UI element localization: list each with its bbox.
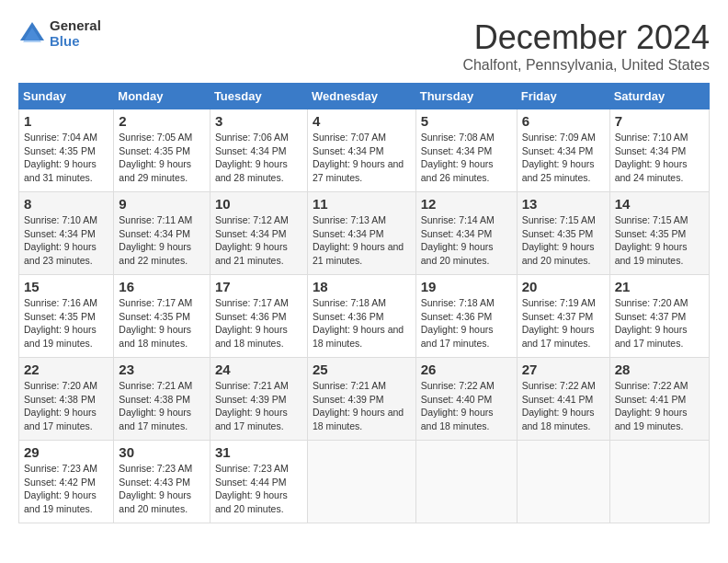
day-cell (517, 441, 609, 523)
header-friday: Friday (517, 84, 609, 109)
week-row-4: 22 Sunrise: 7:20 AMSunset: 4:38 PMDaylig… (19, 358, 710, 441)
day-number: 1 (24, 113, 108, 129)
day-number: 17 (215, 279, 302, 294)
day-number: 26 (421, 362, 512, 377)
day-info: Sunrise: 7:20 AMSunset: 4:38 PMDaylight:… (24, 379, 108, 433)
day-info: Sunrise: 7:06 AMSunset: 4:34 PMDaylight:… (215, 131, 302, 185)
day-number: 29 (24, 444, 108, 460)
day-cell: 25 Sunrise: 7:21 AMSunset: 4:39 PMDaylig… (307, 358, 415, 441)
day-cell: 2 Sunrise: 7:05 AMSunset: 4:35 PMDayligh… (114, 109, 210, 192)
day-info: Sunrise: 7:20 AMSunset: 4:37 PMDaylight:… (615, 296, 704, 350)
day-cell: 16 Sunrise: 7:17 AMSunset: 4:35 PMDaylig… (114, 275, 210, 358)
header-monday: Monday (114, 84, 210, 109)
day-number: 4 (313, 113, 411, 129)
calendar-header-row: SundayMondayTuesdayWednesdayThursdayFrid… (19, 84, 710, 109)
calendar-subtitle: Chalfont, Pennsylvania, United States (462, 57, 710, 74)
day-info: Sunrise: 7:18 AMSunset: 4:36 PMDaylight:… (421, 296, 512, 350)
day-number: 13 (522, 196, 605, 212)
day-number: 23 (119, 362, 205, 377)
day-number: 5 (421, 113, 512, 129)
day-number: 8 (24, 196, 108, 212)
day-info: Sunrise: 7:13 AMSunset: 4:34 PMDaylight:… (313, 213, 411, 268)
day-cell (415, 441, 517, 523)
day-cell: 3 Sunrise: 7:06 AMSunset: 4:34 PMDayligh… (210, 109, 307, 192)
day-number: 27 (522, 362, 605, 377)
day-number: 15 (24, 279, 108, 294)
day-number: 25 (313, 362, 411, 377)
day-info: Sunrise: 7:10 AMSunset: 4:34 PMDaylight:… (615, 131, 704, 185)
week-row-2: 8 Sunrise: 7:10 AMSunset: 4:34 PMDayligh… (19, 192, 710, 275)
day-number: 14 (615, 196, 704, 212)
day-cell: 11 Sunrise: 7:13 AMSunset: 4:34 PMDaylig… (307, 192, 415, 275)
day-cell: 15 Sunrise: 7:16 AMSunset: 4:35 PMDaylig… (19, 275, 114, 358)
day-number: 3 (215, 113, 302, 129)
day-info: Sunrise: 7:05 AMSunset: 4:35 PMDaylight:… (119, 131, 205, 185)
header-tuesday: Tuesday (210, 84, 307, 109)
day-info: Sunrise: 7:21 AMSunset: 4:39 PMDaylight:… (313, 379, 411, 433)
day-cell: 14 Sunrise: 7:15 AMSunset: 4:35 PMDaylig… (609, 192, 709, 275)
day-cell: 20 Sunrise: 7:19 AMSunset: 4:37 PMDaylig… (517, 275, 609, 358)
day-cell: 9 Sunrise: 7:11 AMSunset: 4:34 PMDayligh… (114, 192, 210, 275)
day-number: 7 (615, 113, 704, 129)
day-number: 6 (522, 113, 605, 129)
day-cell: 26 Sunrise: 7:22 AMSunset: 4:40 PMDaylig… (415, 358, 517, 441)
day-info: Sunrise: 7:22 AMSunset: 4:40 PMDaylight:… (421, 379, 512, 433)
day-number: 18 (313, 279, 411, 294)
day-info: Sunrise: 7:14 AMSunset: 4:34 PMDaylight:… (421, 213, 512, 268)
day-info: Sunrise: 7:19 AMSunset: 4:37 PMDaylight:… (522, 296, 605, 350)
day-cell: 31 Sunrise: 7:23 AMSunset: 4:44 PMDaylig… (210, 441, 307, 523)
day-info: Sunrise: 7:22 AMSunset: 4:41 PMDaylight:… (522, 379, 605, 433)
day-info: Sunrise: 7:23 AMSunset: 4:42 PMDaylight:… (24, 462, 108, 516)
logo-text: General Blue (50, 18, 101, 49)
day-number: 10 (215, 196, 302, 212)
day-info: Sunrise: 7:15 AMSunset: 4:35 PMDaylight:… (615, 213, 704, 268)
logo-line1: General (50, 18, 101, 34)
day-info: Sunrise: 7:17 AMSunset: 4:35 PMDaylight:… (119, 296, 205, 350)
logo: General Blue (18, 18, 101, 49)
day-cell: 18 Sunrise: 7:18 AMSunset: 4:36 PMDaylig… (307, 275, 415, 358)
logo-icon (18, 20, 46, 48)
day-cell (307, 441, 415, 523)
day-cell: 23 Sunrise: 7:21 AMSunset: 4:38 PMDaylig… (114, 358, 210, 441)
calendar-title: December 2024 (462, 18, 710, 57)
day-cell: 5 Sunrise: 7:08 AMSunset: 4:34 PMDayligh… (415, 109, 517, 192)
header-wednesday: Wednesday (307, 84, 415, 109)
day-number: 2 (119, 113, 205, 129)
day-info: Sunrise: 7:07 AMSunset: 4:34 PMDaylight:… (313, 131, 411, 185)
calendar-table: SundayMondayTuesdayWednesdayThursdayFrid… (18, 83, 710, 523)
day-cell: 21 Sunrise: 7:20 AMSunset: 4:37 PMDaylig… (609, 275, 709, 358)
day-info: Sunrise: 7:09 AMSunset: 4:34 PMDaylight:… (522, 131, 605, 185)
day-number: 9 (119, 196, 205, 212)
day-info: Sunrise: 7:17 AMSunset: 4:36 PMDaylight:… (215, 296, 302, 350)
day-cell: 17 Sunrise: 7:17 AMSunset: 4:36 PMDaylig… (210, 275, 307, 358)
day-cell: 12 Sunrise: 7:14 AMSunset: 4:34 PMDaylig… (415, 192, 517, 275)
week-row-3: 15 Sunrise: 7:16 AMSunset: 4:35 PMDaylig… (19, 275, 710, 358)
day-cell: 7 Sunrise: 7:10 AMSunset: 4:34 PMDayligh… (609, 109, 709, 192)
header-thursday: Thursday (415, 84, 517, 109)
week-row-1: 1 Sunrise: 7:04 AMSunset: 4:35 PMDayligh… (19, 109, 710, 192)
day-number: 22 (24, 362, 108, 377)
day-info: Sunrise: 7:23 AMSunset: 4:44 PMDaylight:… (215, 462, 302, 516)
day-cell: 13 Sunrise: 7:15 AMSunset: 4:35 PMDaylig… (517, 192, 609, 275)
day-info: Sunrise: 7:22 AMSunset: 4:41 PMDaylight:… (615, 379, 704, 433)
day-number: 28 (615, 362, 704, 377)
day-number: 20 (522, 279, 605, 294)
day-cell: 28 Sunrise: 7:22 AMSunset: 4:41 PMDaylig… (609, 358, 709, 441)
day-number: 30 (119, 444, 205, 460)
logo-line2: Blue (50, 34, 101, 50)
day-info: Sunrise: 7:23 AMSunset: 4:43 PMDaylight:… (119, 462, 205, 516)
day-cell: 27 Sunrise: 7:22 AMSunset: 4:41 PMDaylig… (517, 358, 609, 441)
week-row-5: 29 Sunrise: 7:23 AMSunset: 4:42 PMDaylig… (19, 441, 710, 523)
day-info: Sunrise: 7:04 AMSunset: 4:35 PMDaylight:… (24, 131, 108, 185)
day-cell: 22 Sunrise: 7:20 AMSunset: 4:38 PMDaylig… (19, 358, 114, 441)
day-info: Sunrise: 7:21 AMSunset: 4:39 PMDaylight:… (215, 379, 302, 433)
day-info: Sunrise: 7:12 AMSunset: 4:34 PMDaylight:… (215, 213, 302, 268)
day-cell: 1 Sunrise: 7:04 AMSunset: 4:35 PMDayligh… (19, 109, 114, 192)
day-cell: 29 Sunrise: 7:23 AMSunset: 4:42 PMDaylig… (19, 441, 114, 523)
day-info: Sunrise: 7:08 AMSunset: 4:34 PMDaylight:… (421, 131, 512, 185)
day-info: Sunrise: 7:11 AMSunset: 4:34 PMDaylight:… (119, 213, 205, 268)
day-cell: 10 Sunrise: 7:12 AMSunset: 4:34 PMDaylig… (210, 192, 307, 275)
day-cell (609, 441, 709, 523)
day-cell: 4 Sunrise: 7:07 AMSunset: 4:34 PMDayligh… (307, 109, 415, 192)
day-number: 19 (421, 279, 512, 294)
